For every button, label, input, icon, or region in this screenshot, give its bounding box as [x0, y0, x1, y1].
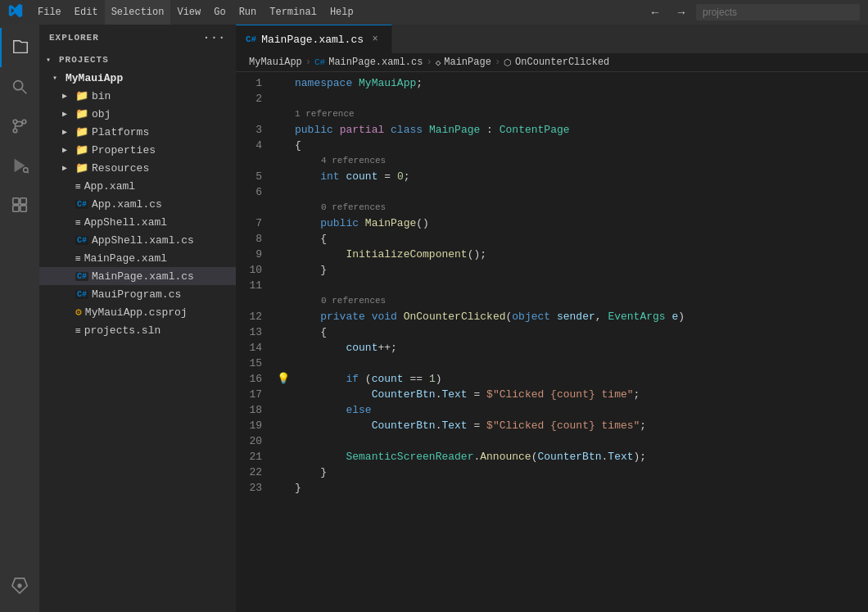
- lightbulb-icon[interactable]: 💡: [277, 371, 290, 387]
- svg-rect-10: [13, 206, 19, 211]
- sidebar-item-obj[interactable]: ▶ 📁 obj: [39, 105, 236, 123]
- bin-label: bin: [92, 90, 111, 102]
- menu-selection[interactable]: Selection: [105, 0, 171, 25]
- menu-terminal[interactable]: Terminal: [263, 0, 323, 25]
- mainpage-xaml-icon: ≡: [75, 253, 81, 264]
- sidebar-item-mainpage-xaml-cs[interactable]: C# MainPage.xaml.cs: [39, 267, 236, 285]
- tab-cs-icon: C#: [246, 34, 256, 44]
- test-activity-icon[interactable]: [0, 566, 39, 605]
- nav-back-button[interactable]: ←: [644, 1, 667, 24]
- sidebar: Explorer ··· ▾ PROJECTS ▾ MyMauiApp ▶ 📁 …: [39, 25, 236, 612]
- sidebar-item-mauiprogram[interactable]: C# MauiProgram.cs: [39, 285, 236, 303]
- code-content-5: int count = 0;: [292, 169, 868, 184]
- code-line-12: 12 private void OnCounterClicked(object …: [236, 309, 868, 324]
- code-content-23: }: [292, 480, 868, 496]
- sidebar-item-appshell-xaml-cs[interactable]: C# AppShell.xaml.cs: [39, 231, 236, 249]
- line-num-10: 10: [236, 262, 275, 278]
- platforms-label: Platforms: [92, 126, 149, 138]
- app-xaml-label: App.xaml: [84, 180, 135, 193]
- line-num-20: 20: [236, 433, 275, 449]
- breadcrumb-sep-1: ›: [305, 57, 311, 68]
- file-tree: ▾ PROJECTS ▾ MyMauiApp ▶ 📁 bin ▶ 📁 obj: [39, 51, 236, 612]
- svg-rect-9: [20, 198, 26, 204]
- code-content-9: InitializeComponent();: [292, 247, 868, 262]
- nav-forward-button[interactable]: →: [670, 1, 693, 24]
- code-line-18: 18 else: [236, 402, 868, 418]
- menu-file[interactable]: File: [31, 0, 68, 25]
- app-xaml-cs-label: App.xaml.cs: [92, 198, 162, 211]
- mainpage-tab[interactable]: C# MainPage.xaml.cs ×: [236, 25, 392, 53]
- menu-go[interactable]: Go: [207, 0, 232, 25]
- code-line-15: 15: [236, 356, 868, 371]
- platforms-folder-icon: 📁: [75, 125, 88, 138]
- code-line-21: 21 SemanticScreenReader.Announce(Counter…: [236, 449, 868, 465]
- sidebar-item-app-xaml[interactable]: ≡ App.xaml: [39, 177, 236, 195]
- code-line-ref12: 0 references: [236, 293, 868, 309]
- sidebar-item-sln[interactable]: ≡ projects.sln: [39, 321, 236, 339]
- line-num-7: 7: [236, 215, 275, 231]
- gutter-16: 💡: [275, 371, 292, 387]
- breadcrumb-mymaui[interactable]: MyMauiApp: [249, 57, 302, 68]
- breadcrumb-mainpage-class[interactable]: ◇ MainPage: [436, 57, 491, 68]
- line-num-5: 5: [236, 169, 275, 184]
- line-num-9: 9: [236, 247, 275, 262]
- code-line-13: 13 {: [236, 324, 868, 340]
- sidebar-item-platforms[interactable]: ▶ 📁 Platforms: [39, 123, 236, 141]
- sln-icon: ≡: [75, 325, 81, 336]
- search-activity-icon[interactable]: [0, 67, 39, 107]
- sidebar-item-app-xaml-cs[interactable]: C# App.xaml.cs: [39, 195, 236, 213]
- resources-arrow: ▶: [62, 163, 75, 173]
- sidebar-item-mymaui[interactable]: ▾ MyMauiApp: [39, 69, 236, 87]
- projects-section[interactable]: ▾ PROJECTS: [39, 51, 236, 69]
- breadcrumb-method-icon: ⬡: [504, 57, 512, 68]
- code-editor[interactable]: 1 namespace MyMauiApp; 2 1 reference 3 p: [236, 72, 868, 612]
- code-line-ref7: 0 references: [236, 200, 868, 215]
- tab-bar: C# MainPage.xaml.cs ×: [236, 25, 868, 53]
- sidebar-item-properties[interactable]: ▶ 📁 Properties: [39, 141, 236, 159]
- obj-label: obj: [92, 108, 111, 120]
- extensions-activity-icon[interactable]: [0, 185, 39, 224]
- breadcrumb-mainpage-file[interactable]: C# MainPage.xaml.cs: [314, 57, 423, 68]
- line-num-21: 21: [236, 449, 275, 465]
- sidebar-item-mainpage-xaml[interactable]: ≡ MainPage.xaml: [39, 249, 236, 267]
- code-line-14: 14 count++;: [236, 340, 868, 356]
- projects-arrow: ▾: [46, 55, 59, 65]
- mauiprogram-label: MauiProgram.cs: [92, 288, 181, 301]
- run-activity-icon[interactable]: [0, 146, 39, 185]
- line-num-1: 1: [236, 75, 275, 91]
- breadcrumb-mymaui-label: MyMauiApp: [249, 57, 302, 68]
- breadcrumb-mainpage-class-label: MainPage: [444, 57, 491, 68]
- vscode-logo: [8, 3, 23, 22]
- sidebar-item-csproj[interactable]: ⚙ MyMauiApp.csproj: [39, 303, 236, 321]
- line-num-18: 18: [236, 402, 275, 418]
- breadcrumb-sep-3: ›: [495, 57, 500, 68]
- line-num-23: 23: [236, 480, 275, 496]
- sidebar-item-bin[interactable]: ▶ 📁 bin: [39, 87, 236, 105]
- sidebar-item-appshell-xaml[interactable]: ≡ AppShell.xaml: [39, 213, 236, 231]
- app-xaml-icon: ≡: [75, 181, 81, 192]
- code-content-1: namespace MyMauiApp;: [292, 75, 868, 91]
- code-ref12: 0 references: [292, 293, 868, 309]
- menu-run[interactable]: Run: [233, 0, 264, 25]
- tab-close-button[interactable]: ×: [368, 33, 382, 46]
- code-content-19: CounterBtn.Text = $"Clicked {count} time…: [292, 418, 868, 433]
- menu-help[interactable]: Help: [323, 0, 360, 25]
- obj-arrow: ▶: [62, 109, 75, 119]
- code-content-18: else: [292, 402, 868, 418]
- sidebar-item-resources[interactable]: ▶ 📁 Resources: [39, 159, 236, 177]
- mainpage-xaml-label: MainPage.xaml: [84, 252, 167, 265]
- code-content-17: CounterBtn.Text = $"Clicked {count} time…: [292, 387, 868, 402]
- code-ref7: 0 references: [292, 200, 868, 215]
- svg-point-12: [18, 584, 21, 587]
- explorer-activity-icon[interactable]: [0, 28, 39, 67]
- properties-arrow: ▶: [62, 145, 75, 155]
- menu-edit[interactable]: Edit: [68, 0, 105, 25]
- source-control-activity-icon[interactable]: [0, 107, 39, 146]
- menu-view[interactable]: View: [170, 0, 207, 25]
- sidebar-more-button[interactable]: ···: [203, 31, 226, 44]
- activity-bar: [0, 25, 39, 612]
- search-input[interactable]: [696, 4, 860, 20]
- svg-line-1: [22, 89, 27, 94]
- breadcrumb-method[interactable]: ⬡ OnCounterClicked: [504, 57, 609, 68]
- code-line-2: 2: [236, 91, 868, 107]
